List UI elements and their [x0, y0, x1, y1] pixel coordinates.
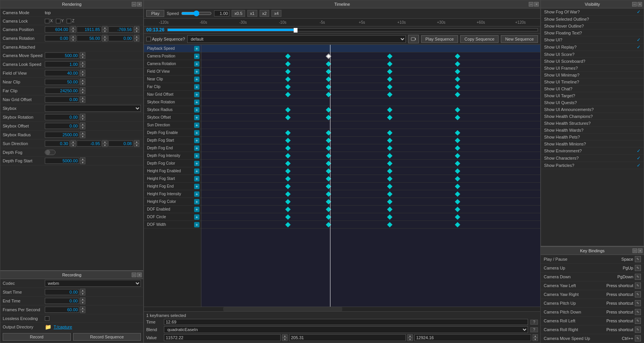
sun-dir-x-up[interactable]: ▲ [70, 140, 76, 144]
cam-move-speed-down[interactable]: ▼ [80, 56, 85, 59]
time-value-input[interactable] [164, 319, 528, 325]
kf-fov-1[interactable] [285, 69, 291, 74]
add-sun-direction[interactable]: + [194, 122, 199, 128]
kf-hfe2-4[interactable] [455, 183, 460, 189]
track-row-nav-grid-offset[interactable] [201, 91, 540, 98]
track-row-skybox-rotation[interactable] [201, 98, 540, 106]
kf-dofe-3[interactable] [387, 206, 392, 212]
timeline-progress[interactable] [167, 28, 538, 31]
value-input-1[interactable] [164, 334, 281, 341]
track-row-skybox-offset[interactable] [201, 114, 540, 121]
kf-sky-off-3[interactable] [387, 114, 392, 120]
kf-hfe-3[interactable] [387, 168, 392, 173]
track-row-near-clip[interactable] [201, 75, 540, 83]
val1-down[interactable]: ▼ [282, 338, 288, 341]
apply-seq-checkbox[interactable] [146, 37, 151, 41]
kf-dfe-3[interactable] [387, 130, 392, 135]
kf-dfi-3[interactable] [387, 153, 392, 158]
end-time-down[interactable]: ▼ [80, 301, 85, 304]
camera-pos-z[interactable] [108, 26, 133, 33]
track-row-sun-direction[interactable] [201, 121, 540, 129]
skybox-rad-up[interactable]: ▲ [80, 131, 85, 135]
cam-pos-z-down[interactable]: ▼ [134, 29, 139, 33]
kf-dfe-2[interactable] [326, 130, 331, 135]
add-depth-fog-enable[interactable]: + [194, 130, 199, 136]
kf-dfe-4[interactable] [455, 130, 460, 135]
timeline-horizontal-scrollbar[interactable] [144, 307, 540, 311]
kf-cam-pos-3[interactable] [387, 53, 392, 59]
kf-cam-rot-1[interactable] [285, 61, 291, 66]
depth-fog-start-input[interactable] [45, 158, 79, 164]
kf-far-clip-3[interactable] [387, 84, 392, 89]
value-input-2[interactable] [289, 334, 406, 341]
skybox-radius-input[interactable] [45, 132, 79, 138]
kf-far-clip-2[interactable] [326, 84, 331, 89]
kf-dfi-2[interactable] [326, 153, 331, 158]
skybox-select[interactable] [45, 105, 141, 112]
cam-move-speed-up[interactable]: ▲ [80, 52, 85, 56]
sun-dir-y-down[interactable]: ▼ [102, 144, 108, 147]
far-clip-up[interactable]: ▲ [80, 87, 85, 91]
add-camera-position[interactable]: + [194, 54, 199, 59]
fov-up[interactable]: ▲ [80, 70, 85, 73]
kf-dfe2-4[interactable] [455, 145, 460, 150]
kf-dfs-4[interactable] [455, 137, 460, 143]
near-clip-up[interactable]: ▲ [80, 78, 85, 82]
kb-edit-camera-pitch-up[interactable]: ✎ [635, 300, 641, 306]
camera-rot-x[interactable] [45, 35, 70, 41]
end-time-input[interactable] [45, 298, 79, 304]
kf-cam-pos-selected[interactable] [326, 53, 331, 59]
cam-look-speed-down[interactable]: ▼ [80, 64, 85, 68]
skybox-rad-down[interactable]: ▼ [80, 135, 85, 138]
start-time-input[interactable] [45, 289, 79, 295]
kf-dfc-4[interactable] [455, 160, 460, 166]
sequence-select[interactable]: default [187, 35, 406, 43]
kf-dofc-1[interactable] [285, 214, 291, 219]
kf-dfc-2[interactable] [326, 160, 331, 166]
speed-x4[interactable]: x4 [271, 10, 281, 17]
cam-rot-z-up[interactable]: ▲ [134, 35, 139, 38]
add-depth-fog-end[interactable]: + [194, 145, 199, 151]
sun-dir-y[interactable] [77, 140, 101, 147]
kf-hfi-2[interactable] [326, 191, 331, 196]
start-time-down[interactable]: ▼ [80, 292, 85, 296]
kb-edit-camera-up[interactable]: ✎ [635, 265, 641, 271]
kf-hfe-4[interactable] [455, 168, 460, 173]
cam-pos-x-up[interactable]: ▲ [70, 26, 76, 29]
add-near-clip[interactable]: + [194, 77, 199, 82]
nav-grid-down[interactable]: ▼ [80, 100, 85, 103]
kf-dfe-1[interactable] [285, 130, 291, 135]
speed-input[interactable] [214, 10, 229, 16]
kf-nav-3[interactable] [387, 91, 392, 97]
fov-input[interactable] [45, 70, 79, 76]
add-height-fog-enabled[interactable]: + [194, 168, 199, 174]
speed-x05[interactable]: x0.5 [232, 10, 245, 17]
track-row-depth-fog-intensity[interactable] [201, 152, 540, 160]
kb-edit-camera-roll-left[interactable]: ✎ [635, 318, 641, 324]
kf-hfe-2[interactable] [326, 168, 331, 173]
kf-dfi-4[interactable] [455, 153, 460, 158]
kf-far-clip-1[interactable] [285, 84, 291, 89]
value-input-3[interactable] [414, 334, 531, 341]
track-row-camera-rotation[interactable] [201, 60, 540, 68]
val2-up[interactable]: ▲ [407, 334, 413, 338]
kf-sky-rad-3[interactable] [387, 107, 392, 112]
kf-cam-rot-2[interactable] [326, 61, 331, 66]
kb-edit-camera-move-speed-up[interactable]: ✎ [635, 335, 641, 341]
kf-dofc-4[interactable] [455, 214, 460, 219]
time-info-btn[interactable]: ? [530, 320, 538, 325]
kf-hfs-3[interactable] [387, 176, 392, 181]
speed-x1[interactable]: x1 [247, 10, 257, 17]
kf-near-clip-1[interactable] [285, 76, 291, 82]
kf-hfc-4[interactable] [455, 199, 460, 204]
start-time-up[interactable]: ▲ [80, 289, 85, 292]
play-button[interactable]: Play [146, 10, 164, 17]
record-sequence-button[interactable]: Record Sequence [73, 333, 141, 341]
depth-fog-start-up[interactable]: ▲ [80, 157, 85, 161]
add-height-fog-end[interactable]: + [194, 184, 199, 189]
fps-down[interactable]: ▼ [80, 310, 85, 313]
kf-dofe-2[interactable] [326, 206, 331, 212]
keybindings-minimize[interactable]: ─ [633, 248, 637, 253]
codec-select[interactable]: webm [45, 280, 141, 287]
kf-nav-4[interactable] [455, 91, 460, 97]
